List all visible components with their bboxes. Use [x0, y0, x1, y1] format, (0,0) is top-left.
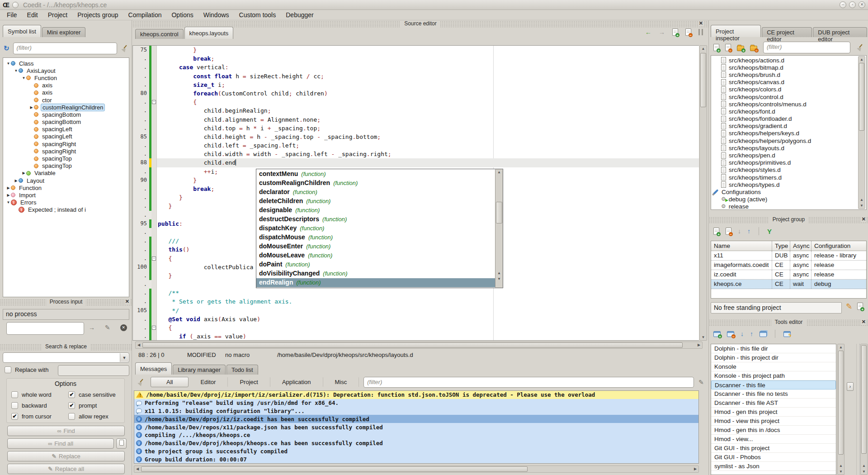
menu-file[interactable]: File	[2, 10, 22, 19]
tree-item[interactable]: ▼Class	[3, 60, 129, 67]
file-item[interactable]: src/kheops/controls/menus.d	[711, 100, 866, 108]
build-group-icon[interactable]: Y	[767, 228, 772, 235]
close-icon[interactable]: ✕	[861, 216, 867, 222]
file-item[interactable]: src/kheops/types.d	[711, 181, 866, 188]
tree-item[interactable]: spacingBottom	[3, 111, 129, 118]
tool-item[interactable]: Konsole - this project path	[711, 371, 836, 380]
close-icon[interactable]: ✕	[698, 20, 704, 26]
tool-item[interactable]: Dolphin - this project dir	[711, 353, 836, 362]
replace-button[interactable]: ✎Replace	[7, 451, 125, 461]
scroll-up-icon[interactable]: ▲	[861, 463, 867, 469]
scroll-up-icon[interactable]: ▲	[495, 169, 503, 175]
configuration-item[interactable]: ⚙release	[711, 203, 866, 210]
add-tool-icon[interactable]: +	[713, 331, 721, 337]
tool-item[interactable]: Hmod - gen this project	[711, 408, 836, 417]
move-up-icon[interactable]: ↑	[750, 331, 753, 337]
tree-item[interactable]: spacingRight	[3, 140, 129, 147]
tab-project-inspector[interactable]: Project inspector	[711, 25, 761, 37]
log-row[interactable]: x11 1.0.15: building configuration "libr…	[134, 407, 698, 415]
log-row[interactable]: i/home/basile/Dev/dproj/kheops/kheops.ce…	[134, 439, 698, 447]
file-item[interactable]: src/kheops/bitmap.d	[711, 64, 866, 71]
broom-icon[interactable]	[856, 44, 863, 51]
tree-item[interactable]: !Expected ; instead of i	[3, 206, 129, 214]
editor-hscrollbar[interactable]: ◀ ▶	[135, 342, 703, 349]
menu-compilation[interactable]: Compilation	[123, 10, 167, 19]
fold-marker-icon[interactable]: −	[152, 326, 156, 330]
file-item[interactable]: src/kheops/colors.d	[711, 86, 866, 93]
editor-vscrollbar[interactable]: ▲ ▼	[699, 45, 707, 341]
code-line[interactable]: . const float h = sizeRect.height / cc;	[133, 72, 699, 81]
file-item[interactable]: src/kheops/pen.d	[711, 152, 866, 159]
scroll-down-icon[interactable]: ▼	[859, 203, 865, 209]
export-find-results-button[interactable]	[116, 438, 127, 449]
expander-icon[interactable]: ▼	[6, 62, 11, 66]
scroll-up-icon[interactable]: ▲	[495, 270, 503, 276]
messages-hscrollbar[interactable]: ◀ ▶	[134, 466, 699, 473]
completion-item[interactable]: customRealignChildren(function)	[256, 179, 495, 188]
code-line[interactable]: . @Set void axis(Axis value)	[133, 315, 699, 323]
add-project-icon[interactable]: +	[713, 228, 719, 235]
find-all-button[interactable]: ∞Find all	[7, 438, 114, 449]
menu-options[interactable]: Options	[166, 10, 198, 19]
scroll-up-icon[interactable]: ▲	[838, 463, 844, 469]
expander-icon[interactable]: ▶	[6, 186, 11, 190]
fold-marker-icon[interactable]: −	[152, 256, 156, 261]
scroll-left-icon[interactable]: ◀	[134, 466, 141, 472]
tab-dub-project-editor[interactable]: DUB project editor	[813, 27, 867, 37]
scroll-right-icon[interactable]: ▶	[692, 466, 698, 472]
window-control-button[interactable]: –	[840, 1, 846, 8]
configurations-node[interactable]: Configurations	[711, 188, 866, 195]
tree-item[interactable]: ▼Function	[3, 74, 129, 81]
scroll-up-icon[interactable]: ▲	[700, 46, 707, 52]
log-row[interactable]: icompiling /.../kheops/kheops.ce	[134, 431, 698, 439]
file-item[interactable]: src/kheops/brush.d	[711, 71, 866, 78]
symbol-filter-input[interactable]: (filter)	[13, 43, 117, 54]
code-line[interactable]: 85 child.height = h - _spacing.top - _sp…	[133, 133, 699, 141]
filter-editor[interactable]: Editor	[189, 377, 228, 387]
expander-icon[interactable]: ▼	[6, 200, 11, 204]
tool-item[interactable]: Dscanner - this file	[711, 380, 836, 390]
scroll-down-icon[interactable]: ▼	[861, 469, 867, 475]
window-control-button[interactable]: ▫	[849, 1, 856, 8]
completion-item[interactable]: doPaint(function)	[256, 260, 495, 269]
filter-misc[interactable]: Misc	[323, 377, 359, 387]
search-replace-header[interactable]: Search & replace	[0, 343, 132, 350]
from-cursor-checkbox[interactable]: ✔	[11, 413, 18, 420]
remove-folder-icon[interactable]: −	[750, 46, 757, 51]
remove-file-icon[interactable]: −	[725, 44, 731, 51]
tool-item[interactable]: Dscanner - this file AST	[711, 399, 836, 408]
filter-project[interactable]: Project	[228, 377, 270, 387]
scroll-down-icon[interactable]: ▼	[495, 276, 503, 282]
table-header[interactable]: NameTypeAsyncConfiguration	[711, 241, 866, 251]
menu-custom-tools[interactable]: Custom tools	[234, 10, 281, 19]
tab-messages[interactable]: Messages	[135, 362, 172, 375]
table-row[interactable]: iz.coeditCEasyncrelease	[711, 270, 866, 280]
tab-library-manager[interactable]: Library manager	[173, 365, 226, 375]
close-icon[interactable]: ✕	[124, 299, 130, 304]
code-line[interactable]: . if (_axis == value)	[133, 332, 699, 341]
log-row[interactable]: i/home/basile/Dev/repos/x11/package.json…	[134, 423, 698, 431]
completion-item[interactable]: doMouseEnter(function)	[256, 242, 495, 251]
new-file-icon[interactable]: +	[672, 28, 678, 36]
add-file-icon[interactable]: +	[713, 44, 719, 51]
code-line[interactable]: . size_t i;	[133, 81, 699, 89]
code-line[interactable]: . case vertical:	[133, 63, 699, 71]
scroll-up-icon[interactable]: ▲	[838, 344, 844, 350]
log-row[interactable]: iGroup build duration: 00:00:07	[134, 455, 698, 463]
broom-icon[interactable]	[121, 45, 128, 52]
tree-item[interactable]: ▶customRealignChildren	[3, 104, 129, 111]
chevron-down-icon[interactable]: ▼	[120, 353, 128, 362]
code-line[interactable]: . child.alignment = Alignment.none;	[133, 115, 699, 124]
expand-tool-details-button[interactable]: ›	[847, 382, 854, 391]
file-item[interactable]: src/kheops/canvas.d	[711, 79, 866, 86]
scroll-left-icon[interactable]: ◀	[136, 342, 142, 348]
tree-item[interactable]: spacingRight	[3, 147, 129, 155]
log-row[interactable]: /home/basile/Dev/dproj/iz/import/iz/seri…	[134, 391, 698, 399]
expander-icon[interactable]: ▼	[21, 76, 26, 80]
tool-item[interactable]: Hmod - view this project	[711, 417, 836, 426]
tab-symbol-list[interactable]: Symbol list	[3, 25, 41, 37]
tab-kheops-control[interactable]: kheops.control	[135, 29, 184, 39]
scroll-down-icon[interactable]: ▼	[700, 334, 707, 340]
file-item[interactable]: src/kheops/gradient.d	[711, 123, 866, 130]
remove-tool-icon[interactable]: −	[727, 331, 734, 337]
